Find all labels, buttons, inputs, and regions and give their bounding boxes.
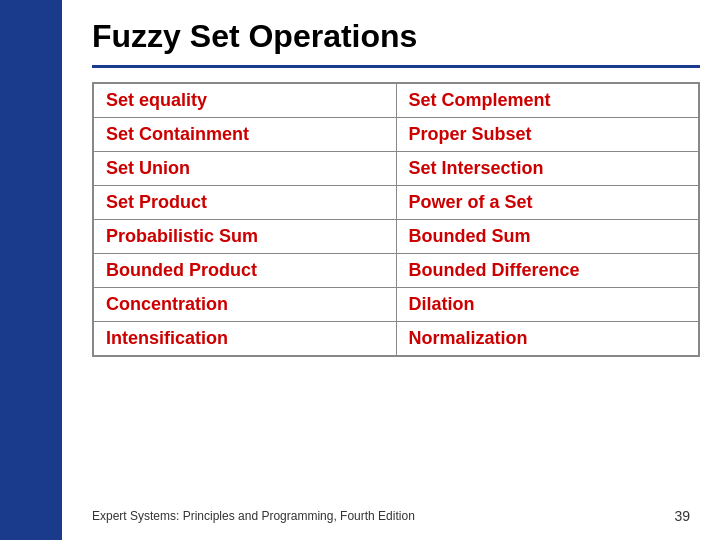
cell-left-1: Set Containment (93, 118, 396, 152)
cell-left-5: Bounded Product (93, 254, 396, 288)
cell-right-6: Dilation (396, 288, 699, 322)
cell-left-2: Set Union (93, 152, 396, 186)
table-row: Bounded ProductBounded Difference (93, 254, 699, 288)
footer: Expert Systems: Principles and Programmi… (92, 502, 700, 530)
table-row: IntensificationNormalization (93, 322, 699, 357)
operations-table-container: Set equalitySet ComplementSet Containmen… (92, 82, 700, 494)
cell-right-4: Bounded Sum (396, 220, 699, 254)
operations-table: Set equalitySet ComplementSet Containmen… (92, 82, 700, 357)
table-row: Set ContainmentProper Subset (93, 118, 699, 152)
cell-left-7: Intensification (93, 322, 396, 357)
cell-left-3: Set Product (93, 186, 396, 220)
footer-citation: Expert Systems: Principles and Programmi… (92, 509, 415, 523)
cell-left-0: Set equality (93, 83, 396, 118)
table-row: Set UnionSet Intersection (93, 152, 699, 186)
cell-left-6: Concentration (93, 288, 396, 322)
blue-sidebar (0, 0, 62, 540)
cell-left-4: Probabilistic Sum (93, 220, 396, 254)
table-row: ConcentrationDilation (93, 288, 699, 322)
cell-right-3: Power of a Set (396, 186, 699, 220)
table-row: Set equalitySet Complement (93, 83, 699, 118)
cell-right-2: Set Intersection (396, 152, 699, 186)
cell-right-7: Normalization (396, 322, 699, 357)
table-row: Set ProductPower of a Set (93, 186, 699, 220)
title-divider (92, 65, 700, 68)
table-row: Probabilistic SumBounded Sum (93, 220, 699, 254)
cell-right-5: Bounded Difference (396, 254, 699, 288)
page-number: 39 (674, 508, 690, 524)
main-content: Fuzzy Set Operations Set equalitySet Com… (62, 0, 720, 540)
page-title: Fuzzy Set Operations (92, 18, 700, 55)
cell-right-1: Proper Subset (396, 118, 699, 152)
cell-right-0: Set Complement (396, 83, 699, 118)
slide: Fuzzy Set Operations Set equalitySet Com… (0, 0, 720, 540)
